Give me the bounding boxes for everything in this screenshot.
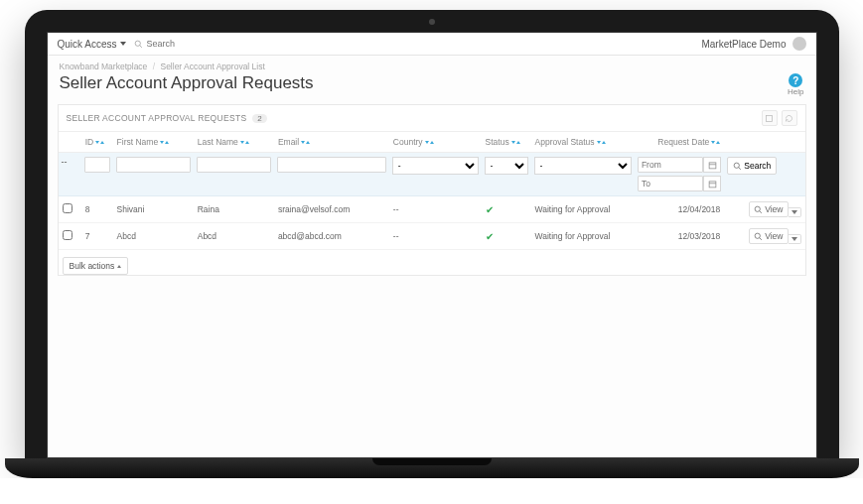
search-icon bbox=[754, 205, 763, 214]
col-approval-status[interactable]: Approval Status bbox=[535, 137, 595, 147]
col-status[interactable]: Status bbox=[486, 137, 509, 147]
avatar[interactable] bbox=[792, 37, 806, 51]
search-label: Search bbox=[744, 161, 771, 171]
sort-up-icon bbox=[245, 141, 249, 144]
view-dropdown[interactable] bbox=[789, 207, 801, 217]
breadcrumb-leaf: Seller Account Approval List bbox=[160, 62, 264, 71]
caret-up-icon bbox=[117, 265, 121, 268]
help-icon: ? bbox=[789, 73, 802, 87]
cell-id: 8 bbox=[81, 196, 113, 223]
user-label: MarketPlace Demo bbox=[701, 39, 786, 50]
breadcrumb-root[interactable]: Knowband Marketplace bbox=[60, 62, 148, 71]
filter-status[interactable]: - bbox=[485, 157, 528, 175]
cell-last-name: Abcd bbox=[194, 223, 274, 250]
sort-down-icon bbox=[597, 141, 601, 144]
cell-first-name: Abcd bbox=[113, 223, 194, 250]
quick-access-label: Quick Access bbox=[58, 39, 117, 50]
calendar-to-button[interactable] bbox=[703, 176, 721, 191]
sort-up-icon bbox=[602, 141, 606, 144]
caret-down-icon bbox=[791, 210, 797, 214]
view-button[interactable]: View bbox=[749, 228, 788, 244]
caret-down-icon bbox=[791, 237, 797, 241]
filter-search-button[interactable]: Search bbox=[727, 157, 777, 175]
sort-up-icon bbox=[716, 141, 720, 144]
calendar-from-button[interactable] bbox=[703, 157, 721, 173]
cell-country: -- bbox=[389, 223, 482, 250]
search-icon bbox=[733, 162, 742, 171]
check-icon: ✔ bbox=[486, 204, 494, 215]
sort-down-icon bbox=[95, 141, 99, 144]
view-label: View bbox=[765, 231, 783, 241]
help-button[interactable]: ? Help bbox=[788, 73, 803, 96]
svg-rect-3 bbox=[709, 162, 716, 168]
panel-count-badge: 2 bbox=[252, 114, 267, 123]
sort-up-icon bbox=[165, 141, 169, 144]
global-search[interactable] bbox=[134, 39, 246, 49]
col-id[interactable]: ID bbox=[85, 137, 94, 147]
row-checkbox[interactable] bbox=[63, 203, 72, 213]
cell-country: -- bbox=[389, 196, 482, 223]
cell-request-date: 12/04/2018 bbox=[635, 196, 724, 223]
cell-email: sraina@velsof.com bbox=[274, 196, 389, 223]
bulk-actions-button[interactable]: Bulk actions bbox=[63, 257, 129, 275]
top-bar: Quick Access MarketPlace Demo bbox=[48, 33, 816, 56]
sort-down-icon bbox=[425, 141, 429, 144]
refresh-icon bbox=[785, 114, 793, 123]
approval-table: ID First Name Last Name Email Country St… bbox=[59, 132, 805, 275]
laptop-camera bbox=[429, 19, 435, 25]
bulk-label: Bulk actions bbox=[70, 261, 115, 271]
svg-line-10 bbox=[760, 210, 762, 212]
sort-down-icon bbox=[511, 141, 515, 144]
quick-access-menu[interactable]: Quick Access bbox=[58, 39, 126, 50]
table-row: 7 Abcd Abcd abcd@abcd.com -- ✔ Waiting f… bbox=[59, 223, 805, 250]
search-icon bbox=[134, 40, 143, 49]
sort-up-icon bbox=[306, 141, 310, 144]
search-icon bbox=[754, 232, 763, 241]
table-row: 8 Shivani Raina sraina@velsof.com -- ✔ W… bbox=[59, 196, 805, 223]
svg-point-11 bbox=[755, 233, 760, 238]
view-button[interactable]: View bbox=[749, 201, 788, 217]
sort-down-icon bbox=[711, 141, 715, 144]
svg-point-9 bbox=[755, 206, 760, 211]
page-title: Seller Account Approval Requests bbox=[60, 73, 314, 93]
col-email[interactable]: Email bbox=[278, 137, 299, 147]
filter-first-name[interactable] bbox=[116, 157, 191, 173]
col-first-name[interactable]: First Name bbox=[117, 137, 159, 147]
cell-last-name: Raina bbox=[194, 196, 274, 223]
calendar-icon bbox=[708, 180, 717, 189]
cell-approval-status: Waiting for Approval bbox=[531, 196, 635, 223]
filter-approval-status[interactable]: - bbox=[534, 157, 632, 175]
sort-up-icon bbox=[430, 141, 434, 144]
panel-title: SELLER ACCOUNT APPROVAL REQUESTS bbox=[67, 113, 247, 123]
col-country[interactable]: Country bbox=[393, 137, 423, 147]
check-icon: ✔ bbox=[486, 231, 494, 242]
sort-down-icon bbox=[301, 141, 305, 144]
filter-last-name[interactable] bbox=[197, 157, 271, 173]
cell-request-date: 12/03/2018 bbox=[635, 223, 724, 250]
svg-line-8 bbox=[739, 167, 741, 169]
refresh-button[interactable] bbox=[782, 110, 797, 126]
filter-date-to[interactable] bbox=[638, 176, 703, 191]
breadcrumb-sep: / bbox=[153, 62, 155, 71]
row-checkbox[interactable] bbox=[63, 230, 72, 240]
breadcrumb: Knowband Marketplace / Seller Account Ap… bbox=[48, 56, 816, 73]
svg-rect-2 bbox=[767, 115, 773, 121]
svg-point-7 bbox=[734, 163, 739, 168]
filter-email[interactable] bbox=[277, 157, 386, 173]
svg-line-1 bbox=[139, 45, 141, 47]
filter-country[interactable]: - bbox=[392, 157, 479, 175]
caret-down-icon bbox=[120, 42, 126, 46]
svg-rect-5 bbox=[709, 181, 716, 187]
view-dropdown[interactable] bbox=[789, 234, 801, 244]
col-last-name[interactable]: Last Name bbox=[198, 137, 238, 147]
filter-id[interactable] bbox=[84, 157, 110, 173]
export-button[interactable] bbox=[762, 110, 778, 126]
cell-approval-status: Waiting for Approval bbox=[531, 223, 635, 250]
svg-line-12 bbox=[760, 237, 762, 239]
filter-check-dash: -- bbox=[62, 157, 68, 167]
search-input[interactable] bbox=[147, 39, 246, 49]
help-label: Help bbox=[788, 87, 803, 96]
filter-date-from[interactable] bbox=[638, 157, 703, 173]
cell-first-name: Shivani bbox=[113, 196, 194, 223]
col-request-date[interactable]: Request Date bbox=[657, 137, 709, 147]
